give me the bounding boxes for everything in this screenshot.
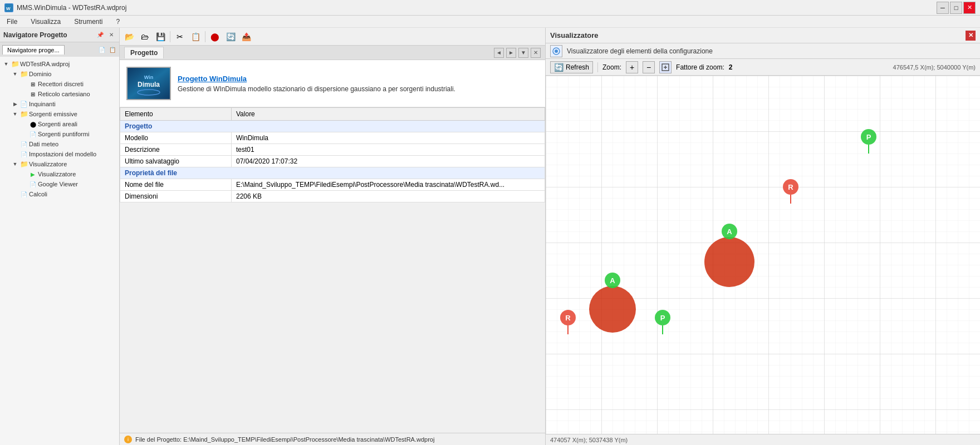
navigator-title: Navigatore Progetto bbox=[3, 31, 94, 39]
tree-label-recettori: Recettori discreti bbox=[38, 81, 84, 87]
toolbar: 📂 🗁 💾 ✂ 📋 ⬤ 🔄 📤 bbox=[120, 28, 545, 46]
tb-cut-btn[interactable]: ✂ bbox=[173, 29, 187, 44]
nav-close-btn[interactable]: ✕ bbox=[107, 31, 116, 39]
tree-item-impostazioni[interactable]: 📄 Impostazioni del modello bbox=[0, 149, 119, 159]
tree-label-reticolo: Reticolo cartesiano bbox=[38, 91, 90, 97]
tree-item-sorgenti-punti[interactable]: 📄 Sorgenti puntiformi bbox=[0, 129, 119, 139]
svg-point-23 bbox=[589, 286, 636, 333]
tab-next-btn[interactable]: ► bbox=[506, 48, 516, 58]
zoom-in-button[interactable]: + bbox=[626, 61, 638, 73]
navigator-header: Navigatore Progetto 📌 ✕ bbox=[0, 28, 119, 42]
tree-label-meteo: Dati meteo bbox=[29, 141, 58, 147]
tab-controls: ◄ ► ▼ ✕ bbox=[494, 48, 541, 58]
svg-rect-12 bbox=[546, 76, 980, 434]
tree-spacer-areali bbox=[20, 120, 28, 128]
section-progetto-label: Progetto bbox=[120, 121, 545, 132]
tree-expand-inquinanti[interactable]: ▶ bbox=[11, 100, 19, 108]
tree-item-wdtestra[interactable]: ▼ 📁 WDTestRA.wdproj bbox=[0, 59, 119, 69]
tree-item-sorgenti-areali[interactable]: ⬤ Sorgenti areali bbox=[0, 119, 119, 129]
svg-text:Win: Win bbox=[144, 75, 153, 80]
doc-icon-google: 📄 bbox=[29, 180, 37, 188]
tree-label-areali: Sorgenti areali bbox=[38, 121, 77, 127]
fattore-value: 2 bbox=[729, 63, 733, 71]
zoom-fit-icon[interactable] bbox=[659, 61, 672, 73]
viz-close-button[interactable]: ✕ bbox=[966, 31, 976, 41]
right-panel: Visualizzatore ✕ Visualizzatore degli el… bbox=[546, 28, 980, 445]
tree-item-recettori[interactable]: ⊞ Recettori discreti bbox=[0, 79, 119, 89]
menu-visualizza[interactable]: Visualizza bbox=[28, 17, 63, 27]
tree-item-dati-meteo[interactable]: 📄 Dati meteo bbox=[0, 139, 119, 149]
tree-item-visualizzatore[interactable]: ▶ Visualizzatore bbox=[0, 169, 119, 179]
tree-item-inquinanti[interactable]: ▶ 📄 Inquinanti bbox=[0, 99, 119, 109]
tree-expand-viz[interactable]: ▼ bbox=[11, 160, 19, 168]
tb-sep2 bbox=[205, 31, 205, 42]
tb-copy-btn[interactable]: 📋 bbox=[188, 29, 203, 44]
tree-item-reticolo[interactable]: ⊞ Reticolo cartesiano bbox=[0, 89, 119, 99]
coords-top: 476547,5 X(m); 5040000 Y(m) bbox=[893, 64, 976, 71]
menu-strumenti[interactable]: Strumenti bbox=[72, 17, 105, 27]
nav-tab-main[interactable]: Navigatore proge... bbox=[2, 45, 65, 55]
title-bar: W MMS.WinDimula - WDTestRA.wdproj ─ □ ✕ bbox=[0, 0, 980, 16]
doc-icon-meteo: 📄 bbox=[20, 140, 28, 148]
app-icon: W bbox=[4, 3, 13, 12]
tree-label-sorgenti: Sorgenti emissive bbox=[29, 111, 77, 117]
left-panel: Navigatore Progetto 📌 ✕ Navigatore proge… bbox=[0, 28, 120, 445]
tb-open-btn[interactable]: 🗁 bbox=[138, 29, 152, 44]
field-dimensioni-value: 2206 KB bbox=[232, 191, 545, 202]
close-button[interactable]: ✕ bbox=[963, 2, 976, 14]
circle-icon-areali: ⬤ bbox=[29, 120, 37, 128]
tree-expand-sorgenti[interactable]: ▼ bbox=[11, 110, 19, 118]
project-name-link[interactable]: Progetto WinDimula bbox=[178, 75, 455, 83]
properties-table: Elemento Valore Progetto Modello WinDimu… bbox=[120, 107, 545, 202]
field-filename-label: Nome del file bbox=[120, 179, 232, 191]
tab-progetto[interactable]: Progetto bbox=[124, 47, 164, 58]
tree-expand-wdtestra[interactable]: ▼ bbox=[2, 60, 10, 68]
refresh-label: Refresh bbox=[566, 63, 589, 71]
tree-spacer-punti bbox=[20, 130, 28, 138]
folder-icon-dominio: 📁 bbox=[20, 70, 28, 78]
doc-icon-inquinanti: 📄 bbox=[20, 100, 28, 108]
minimize-button[interactable]: ─ bbox=[937, 2, 949, 14]
tb-sep1 bbox=[170, 31, 170, 42]
tree-item-google-viewer[interactable]: 📄 Google Viewer bbox=[0, 179, 119, 189]
viz-toolbar: 🔄 Refresh Zoom: + − Fattore di zoom: 2 4… bbox=[546, 59, 980, 76]
tb-refresh-btn[interactable]: 🔄 bbox=[223, 29, 238, 44]
tab-prev-btn[interactable]: ◄ bbox=[494, 48, 504, 58]
tree-label-impostazioni: Impostazioni del modello bbox=[29, 151, 96, 157]
menu-file[interactable]: File bbox=[4, 17, 19, 27]
project-description: Gestione di WInDimula modello stazionari… bbox=[178, 85, 455, 93]
refresh-icon: 🔄 bbox=[554, 63, 564, 72]
tree-expand-dominio[interactable]: ▼ bbox=[11, 70, 19, 78]
tree-item-visualizzatore-folder[interactable]: ▼ 📁 Visualizzatore bbox=[0, 159, 119, 169]
tree-item-sorgenti[interactable]: ▼ 📁 Sorgenti emissive bbox=[0, 109, 119, 119]
tab-menu-btn[interactable]: ▼ bbox=[518, 48, 528, 58]
section-progetto-row: Progetto bbox=[120, 121, 545, 132]
nav-pin-btn[interactable]: 📌 bbox=[96, 31, 105, 39]
nav-action-btn1[interactable]: 📄 bbox=[97, 45, 106, 54]
svg-text:R: R bbox=[565, 314, 571, 322]
table-row-dimensioni: Dimensioni 2206 KB bbox=[120, 191, 545, 202]
maximize-button[interactable]: □ bbox=[950, 2, 962, 14]
data-table-container: Elemento Valore Progetto Modello WinDimu… bbox=[120, 107, 545, 433]
refresh-button[interactable]: 🔄 Refresh bbox=[550, 61, 593, 73]
field-modello-label: Modello bbox=[120, 132, 232, 144]
field-salvataggio-value: 07/04/2020 17:07:32 bbox=[232, 156, 545, 167]
zoom-out-button[interactable]: − bbox=[643, 61, 655, 73]
field-descrizione-value: test01 bbox=[232, 144, 545, 156]
viz-subtitle-icon bbox=[550, 45, 562, 57]
tb-new-btn[interactable]: 📂 bbox=[122, 29, 136, 44]
field-dimensioni-label: Dimensioni bbox=[120, 191, 232, 202]
tb-save-btn[interactable]: 💾 bbox=[153, 29, 168, 44]
tree-spacer-recettori bbox=[20, 80, 28, 88]
nav-tab-label: Navigatore proge... bbox=[7, 47, 60, 53]
nav-action-btn2[interactable]: 📋 bbox=[108, 45, 117, 54]
tree-label-dominio: Dominio bbox=[29, 71, 51, 77]
tree-item-dominio[interactable]: ▼ 📁 Dominio bbox=[0, 69, 119, 79]
tree-spacer-google bbox=[20, 180, 28, 188]
svg-text:P: P bbox=[660, 314, 665, 322]
tb-export-btn[interactable]: 📤 bbox=[239, 29, 253, 44]
tb-red-btn[interactable]: ⬤ bbox=[208, 29, 222, 44]
menu-help[interactable]: ? bbox=[114, 17, 122, 27]
tree-item-calcoli[interactable]: 📄 Calcoli bbox=[0, 189, 119, 199]
tab-close-tab-btn[interactable]: ✕ bbox=[531, 48, 541, 58]
